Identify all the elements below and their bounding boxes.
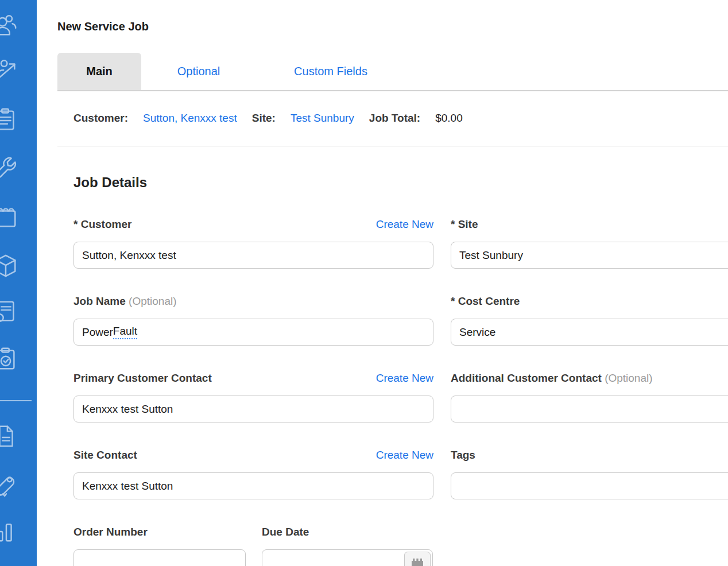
job-summary-bar: Customer: Sutton, Kenxxx test Site: Test… [57, 91, 728, 146]
tab-custom-fields[interactable]: Custom Fields [256, 53, 405, 90]
primary-contact-field: Primary Customer Contact Create New [73, 370, 433, 422]
reports-icon[interactable] [0, 518, 19, 544]
service-icon[interactable] [0, 155, 19, 181]
sidebar-divider [0, 400, 32, 401]
main-content: New Service Job Main Optional Custom Fie… [37, 0, 728, 566]
utilities-icon[interactable] [0, 471, 19, 497]
tags-input[interactable] [451, 472, 728, 499]
people-icon[interactable] [0, 13, 19, 39]
order-number-label: Order Number [73, 524, 148, 540]
order-number-input[interactable] [73, 549, 246, 566]
materials-icon[interactable] [0, 253, 19, 279]
job-name-value: Power [82, 326, 113, 339]
site-contact-field: Site Contact Create New [73, 447, 433, 499]
order-number-field: Order Number [73, 524, 246, 566]
primary-contact-input[interactable] [73, 396, 433, 422]
site-contact-input[interactable] [73, 472, 433, 499]
summary-site-label: Site: [252, 112, 276, 125]
primary-contact-label: Primary Customer Contact [73, 370, 212, 386]
site-contact-create-new-link[interactable]: Create New [376, 447, 433, 463]
tab-bar: Main Optional Custom Fields [57, 53, 728, 91]
tab-optional[interactable]: Optional [141, 53, 256, 90]
summary-customer-link[interactable]: Sutton, Kenxxx test [143, 112, 237, 125]
additional-contact-input[interactable] [451, 396, 728, 422]
site-contact-label: Site Contact [73, 447, 137, 463]
job-name-label: Job Name [73, 295, 126, 307]
invoices-icon[interactable] [0, 298, 19, 325]
page-title: New Service Job [57, 0, 728, 33]
documents-icon[interactable] [0, 423, 19, 449]
sidebar-nav [0, 0, 37, 566]
job-details-form: * Customer Create New * Site Job Name (O… [73, 216, 728, 566]
site-label: * Site [451, 216, 478, 232]
cost-centre-label: * Cost Centre [451, 293, 520, 309]
order-due-row: Order Number Due Date [73, 524, 433, 566]
customer-input[interactable] [73, 242, 433, 269]
customer-label: * Customer [73, 216, 131, 232]
site-input[interactable] [451, 242, 728, 269]
cost-centre-input[interactable] [451, 319, 728, 346]
customer-create-new-link[interactable]: Create New [376, 216, 433, 232]
summary-job-total-label: Job Total: [369, 112, 420, 125]
schedule-icon[interactable] [0, 204, 19, 230]
additional-contact-label: Additional Customer Contact [451, 372, 602, 384]
due-date-label: Due Date [262, 524, 309, 540]
tags-field: Tags [451, 447, 728, 499]
job-name-field: Job Name (Optional) Power Fault [73, 293, 433, 346]
summary-site-link[interactable]: Test Sunbury [291, 112, 354, 125]
additional-contact-field: Additional Customer Contact (Optional) [451, 370, 728, 422]
due-date-calendar-button[interactable] [404, 552, 431, 566]
job-name-input[interactable]: Power Fault [73, 319, 433, 346]
job-name-value-spellchecked: Fault [113, 325, 137, 339]
site-field: * Site [451, 216, 728, 269]
quotes-icon[interactable] [0, 106, 19, 133]
tags-label: Tags [451, 447, 475, 463]
calendar-icon [411, 558, 424, 566]
additional-contact-optional-tag: (Optional) [605, 372, 652, 384]
job-details-heading: Job Details [73, 174, 728, 191]
summary-job-total-value: $0.00 [435, 112, 463, 125]
job-name-optional-tag: (Optional) [129, 295, 176, 307]
summary-customer-label: Customer: [73, 112, 128, 125]
customer-field: * Customer Create New [73, 216, 433, 269]
due-date-field: Due Date [262, 524, 433, 566]
cost-centre-field: * Cost Centre [451, 293, 728, 346]
leads-icon[interactable] [0, 57, 19, 84]
primary-contact-create-new-link[interactable]: Create New [376, 370, 433, 386]
tasks-icon[interactable] [0, 346, 19, 372]
tab-main[interactable]: Main [57, 53, 141, 90]
